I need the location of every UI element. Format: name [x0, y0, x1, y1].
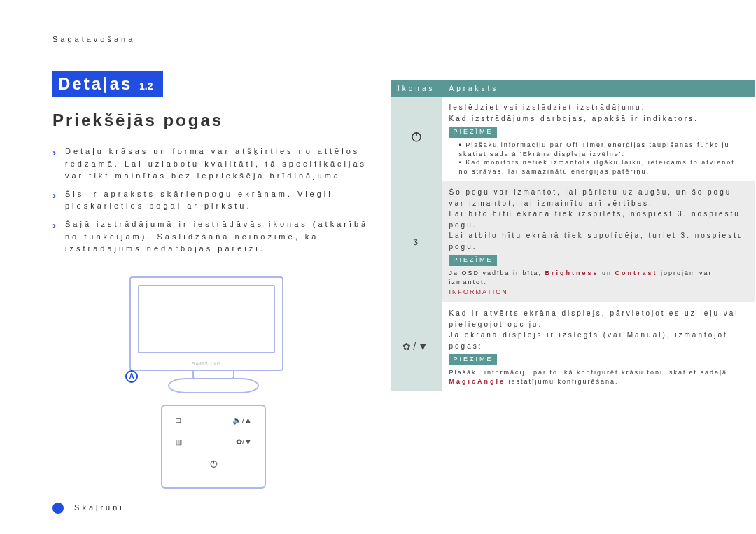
power-icon: [410, 130, 423, 143]
section-title: Priekšējās pogas: [52, 111, 382, 130]
bullet-item: Detaļu krāsas un forma var atšķirties no…: [52, 146, 382, 183]
chapter-heading: Sagatavošana: [52, 35, 756, 43]
t: Ja OSD vadība ir bīta,: [449, 269, 545, 276]
button-panel: ⊡ 🔈/▲ ▥ ✿/▼: [161, 405, 266, 489]
note-line: Plašāku informāciju par to, kā konfigurē…: [449, 368, 748, 386]
table-header-row: Ikonas Apraksts: [391, 80, 755, 97]
col-icons: Ikonas: [391, 80, 442, 97]
bullet-item: Šajā izstrādājumā ir iestrādāvās ikonas …: [52, 218, 382, 255]
t: iestatījumu konfigurēšana.: [509, 378, 619, 385]
note-tag: PIEZĪME: [449, 354, 497, 365]
desc-cell: Ieslēdziet vai izslēdziet izstrādājumu. …: [442, 97, 755, 181]
note-tag: PIEZĪME: [449, 127, 497, 138]
desc-line: Lai bīto hītu ekrānā tiek izspīlēts, nos…: [449, 209, 748, 230]
col-desc: Apraksts: [442, 80, 755, 97]
t: un: [602, 269, 615, 276]
monitor-figure: SAMSUNG A ⊡ 🔈/▲ ▥ ✿/▼: [130, 276, 298, 489]
highlight-brightness: Brightness: [545, 269, 599, 276]
bullet-item: Šis ir apraksts skārienpogu ekrānam. Vie…: [52, 188, 382, 213]
note-line: Plašāku informāciju par Off Timer enerģi…: [458, 141, 748, 158]
angle-down-icon: ✿/▼: [236, 437, 252, 447]
page-title-text: Detaļas: [58, 74, 132, 93]
desc-line: Kad ir atvērts ekrāna displejs, pārvieto…: [449, 308, 748, 330]
left-column: Detaļas 1.2 Priekšējās pogas Detaļu krās…: [52, 71, 382, 514]
info-table-wrapper: Ikonas Apraksts Ieslēdziet vai izslēdzie…: [391, 80, 755, 391]
desc-line: Ja ekrānā displejs ir izslēgts (vai Manu…: [449, 330, 748, 351]
icon-cell-three: ᴣ: [391, 181, 442, 302]
desc-cell: Kad ir atvērts ekrāna displejs, pārvieto…: [442, 302, 755, 391]
monitor-body: SAMSUNG: [130, 276, 284, 371]
brand-text: SAMSUNG: [192, 361, 221, 366]
marker-a: A: [125, 370, 138, 383]
note-tag: PIEZĪME: [449, 255, 497, 266]
note-line: Kad monitors netiek izmantots ilgāku lai…: [458, 158, 748, 176]
icon-cell-power: [391, 97, 442, 181]
volume-up-icon: 🔈/▲: [232, 416, 252, 425]
desc-line: Lai atbilo hītu ekrānā tiek supolīdēja, …: [449, 230, 748, 252]
marker-b: [52, 503, 64, 514]
note-line: Ja OSD vadība ir bīta, Brightness un Con…: [449, 269, 748, 286]
table-row: ᴣ Šo pogu var izmantot, lai pārietu uz a…: [391, 181, 755, 302]
table-row: Ieslēdziet vai izslēdziet izstrādājumu. …: [391, 97, 755, 181]
desc-line: Kad izstrādājums darbojas, apakšā ir ind…: [449, 113, 748, 125]
table-row: ✿/▼ Kad ir atvērts ekrāna displejs, pārv…: [391, 302, 755, 391]
speaker-label: Skaļruņi: [74, 503, 125, 512]
bullet-list: Detaļu krāsas un forma var atšķirties no…: [52, 146, 382, 255]
highlight-magicangle: MagicAngle: [449, 378, 505, 385]
monitor-base: [168, 378, 259, 393]
menu-icon: ▥: [175, 437, 182, 447]
speaker-label-row: Skaļruņi: [52, 503, 382, 514]
info-table: Ikonas Apraksts Ieslēdziet vai izslēdzie…: [391, 80, 755, 391]
page-title: Detaļas 1.2: [52, 71, 163, 97]
monitor-screen: [138, 285, 275, 353]
information-line: INFORMATION: [449, 288, 748, 297]
highlight-contrast: Contrast: [615, 269, 658, 276]
desc-cell: Šo pogu var izmantot, lai pārietu uz aug…: [442, 181, 755, 302]
power-icon: [209, 459, 218, 468]
t: Plašāku informāciju par to, kā konfigurē…: [449, 369, 727, 376]
icon-cell-angle: ✿/▼: [391, 302, 442, 391]
desc-line: Ieslēdziet vai izslēdziet izstrādājumu.: [449, 102, 748, 113]
source-icon: ⊡: [175, 416, 181, 425]
desc-line: Šo pogu var izmantot, lai pārietu uz aug…: [449, 187, 748, 209]
